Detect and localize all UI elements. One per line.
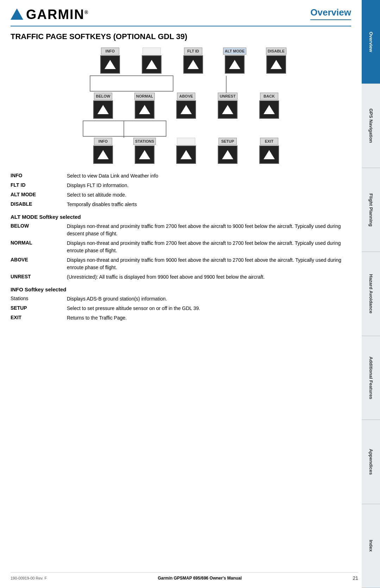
softkey-label-stations: STATIONS: [133, 138, 156, 145]
logo-text: GARMIN®: [26, 7, 89, 22]
altmode-desc-row-unrest: UNREST (Unrestricted): All traffic is di…: [11, 273, 351, 281]
softkey-btn-altmode[interactable]: [225, 55, 245, 74]
desc-val-disable: Temporally disables traffic alerts: [67, 201, 351, 208]
softkey-row-3: INFO STATIONS SETUP EXIT: [61, 138, 300, 165]
softkey-label-normal: NORMAL: [134, 93, 155, 100]
sidebar-tab-gps[interactable]: GPS Navigation: [362, 84, 380, 168]
softkey-label-altmode: ALT MODE: [223, 48, 247, 55]
desc-key-fltid: FLT ID: [11, 182, 67, 189]
sidebar-tab-overview[interactable]: Overview: [362, 0, 380, 84]
info-desc-val-setup: Select to set pressure altitude sensor o…: [67, 305, 351, 312]
softkey-btn-empty1[interactable]: [142, 55, 162, 74]
softkey-btn-empty2[interactable]: [176, 146, 196, 164]
desc-key-altmode: ALT MODE: [11, 191, 67, 199]
softkey-btn-disable[interactable]: [266, 55, 286, 74]
info-desc-row-setup: SETUP Select to set pressure altitude se…: [11, 305, 351, 312]
softkey-btn-back[interactable]: [259, 100, 279, 119]
desc-row-fltid: FLT ID Displays FLT ID information.: [11, 182, 351, 189]
softkey-row-1: INFO FLT ID ALT MODE DISABLE: [61, 48, 300, 74]
info-heading-bold: INFO: [11, 286, 23, 292]
altmode-heading-bold: ALT MODE: [11, 214, 38, 220]
main-content: GARMIN® Overview TRAFFIC PAGE SOFTKEYS (…: [0, 0, 362, 588]
softkey-btn-exit[interactable]: [259, 146, 279, 164]
sidebar-tab-appendices[interactable]: Appendices: [362, 420, 380, 504]
softkey-btn-fltid[interactable]: [183, 55, 203, 74]
softkey-cell-unrest: UNREST: [207, 93, 248, 119]
softkey-btn-above[interactable]: [176, 100, 196, 119]
altmode-subsection-heading: ALT MODE Softkey selected: [11, 214, 351, 220]
sidebar-tab-hazard[interactable]: Hazard Avoidance: [362, 252, 380, 336]
logo-area: GARMIN®: [11, 7, 89, 22]
info-desc-key-exit: EXIT: [11, 314, 67, 322]
connector-svg-2: [61, 119, 300, 138]
softkey-cell-altmode: ALT MODE: [214, 48, 255, 74]
softkey-cell-back: BACK: [248, 93, 290, 119]
svg-rect-2: [83, 121, 166, 136]
softkey-btn-info2[interactable]: [93, 146, 113, 164]
sidebar-tab-index[interactable]: Index: [362, 504, 380, 588]
softkey-label-exit: EXIT: [260, 138, 278, 145]
softkey-cell-info2: INFO: [82, 138, 124, 165]
altmode-desc-table: BELOW Displays non-threat and proximity …: [11, 223, 351, 281]
footer-left: 190-00919-00 Rev. F: [11, 576, 47, 580]
desc-val-altmode: Select to set altitude mode.: [67, 191, 351, 199]
softkey-btn-info[interactable]: [100, 55, 120, 74]
softkey-cell-disable: DISABLE: [255, 48, 297, 74]
softkey-cell-exit: EXIT: [248, 138, 290, 165]
softkey-btn-stations[interactable]: [135, 146, 154, 164]
altmode-desc-val-above: Displays non-threat and proximity traffi…: [67, 256, 351, 271]
altmode-desc-key-below: BELOW: [11, 223, 67, 237]
softkey-label-fltid: FLT ID: [184, 48, 202, 55]
info-heading-rest: Softkey selected: [23, 286, 66, 292]
altmode-desc-row-above: ABOVE Displays non-threat and proximity …: [11, 256, 351, 271]
altmode-desc-val-below: Displays non-threat and proximity traffi…: [67, 223, 351, 237]
altmode-desc-key-unrest: UNREST: [11, 273, 67, 281]
desc-row-info: INFO Select to view Data Link and Weathe…: [11, 172, 351, 180]
description-table: INFO Select to view Data Link and Weathe…: [11, 172, 351, 208]
desc-row-disable: DISABLE Temporally disables traffic aler…: [11, 201, 351, 208]
desc-key-info: INFO: [11, 172, 67, 180]
softkey-btn-unrest[interactable]: [218, 100, 238, 119]
info-desc-val-exit: Returns to the Traffic Page.: [67, 314, 351, 322]
sidebar-tab-additional[interactable]: Additional Features: [362, 336, 380, 420]
softkey-diagram: INFO FLT ID ALT MODE DISABLE: [61, 48, 300, 165]
softkey-cell-fltid: FLT ID: [172, 48, 214, 74]
softkey-cell-below: BELOW: [82, 93, 124, 119]
softkey-cell-above: ABOVE: [165, 93, 207, 119]
altmode-desc-row-below: BELOW Displays non-threat and proximity …: [11, 223, 351, 237]
info-desc-table: Stations Displays ADS-B ground station(s…: [11, 295, 351, 322]
info-desc-row-exit: EXIT Returns to the Traffic Page.: [11, 314, 351, 322]
desc-val-info: Select to view Data Link and Weather inf…: [67, 172, 351, 180]
softkey-cell-setup: SETUP: [207, 138, 248, 165]
softkey-label-empty2: [177, 138, 195, 145]
section-heading: TRAFFIC PAGE SOFTKEYS (OPTIONAL GDL 39): [11, 32, 351, 41]
altmode-desc-row-normal: NORMAL Displays non-threat and proximity…: [11, 240, 351, 254]
desc-row-altmode: ALT MODE Select to set altitude mode.: [11, 191, 351, 199]
softkey-label-unrest: UNREST: [218, 93, 237, 100]
softkey-label-setup: SETUP: [218, 138, 237, 145]
header-divider: [11, 26, 351, 26]
sidebar-tab-flight[interactable]: Flight Planning: [362, 168, 380, 252]
info-subsection-heading: INFO Softkey selected: [11, 286, 351, 292]
desc-key-disable: DISABLE: [11, 201, 67, 208]
altmode-desc-key-normal: NORMAL: [11, 240, 67, 254]
softkey-btn-below[interactable]: [93, 100, 113, 119]
softkey-label-above: ABOVE: [177, 93, 195, 100]
altmode-desc-key-above: ABOVE: [11, 256, 67, 271]
page-title: Overview: [310, 7, 351, 20]
garmin-triangle-icon: [11, 8, 23, 20]
footer-center: Garmin GPSMAP 695/696 Owner's Manual: [158, 576, 242, 581]
softkey-cell-normal: NORMAL: [124, 93, 165, 119]
desc-val-fltid: Displays FLT ID information.: [67, 182, 351, 189]
softkey-btn-normal[interactable]: [135, 100, 154, 119]
softkey-row-2: BELOW NORMAL ABOVE UNREST BACK: [61, 93, 300, 119]
softkey-label-info: INFO: [101, 48, 119, 55]
softkey-btn-setup[interactable]: [218, 146, 238, 164]
info-desc-key-setup: SETUP: [11, 305, 67, 312]
softkey-cell-empty2: [165, 138, 207, 165]
altmode-desc-val-normal: Displays non-threat and proximity traffi…: [67, 240, 351, 254]
info-desc-key-stations: Stations: [11, 295, 67, 303]
softkey-label-back: BACK: [260, 93, 278, 100]
softkey-label-below: BELOW: [94, 93, 112, 100]
page-header: GARMIN® Overview: [11, 7, 351, 22]
